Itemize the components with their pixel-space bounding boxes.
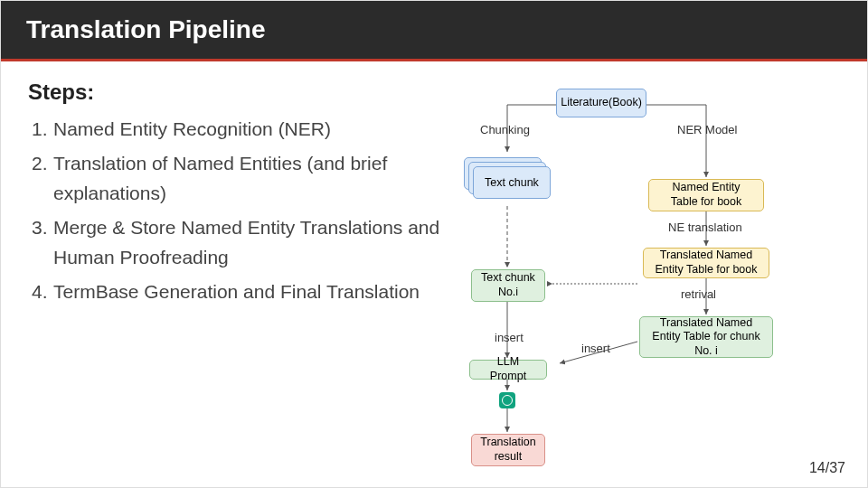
steps-panel: Steps: Named Entity Recognition (NER) Tr… [28, 80, 444, 477]
node-text-chunk-i: Text chunk No.i [471, 269, 545, 302]
step-item: TermBase Generation and Final Translatio… [28, 277, 444, 307]
label-retrieval: retrival [681, 287, 716, 301]
slide-content: Steps: Named Entity Recognition (NER) Tr… [1, 61, 867, 486]
node-llm-prompt: LLM Prompt [469, 360, 547, 380]
step-item: Named Entity Recognition (NER) [28, 114, 444, 145]
label-insert-2: insert [581, 342, 610, 355]
label-ner-model: NER Model [677, 123, 737, 136]
label-chunking: Chunking [480, 123, 530, 136]
step-item: Merge & Store Named Entity Translations … [28, 212, 444, 273]
gpt-icon [499, 392, 515, 408]
node-text-chunk: Text chunk [473, 166, 551, 199]
node-translation-result: Translation result [471, 434, 545, 466]
label-insert-1: insert [495, 331, 524, 344]
node-text-chunk-stack: Text chunk [464, 157, 547, 195]
slide-title: Translation Pipeline [1, 1, 867, 61]
page-number: 14/37 [809, 460, 845, 476]
node-translated-chunk-table: Translated Named Entity Table for chunk … [639, 316, 773, 358]
steps-list: Named Entity Recognition (NER) Translati… [28, 114, 444, 307]
pipeline-diagram: Literature(Book) Chunking NER Model Text… [453, 80, 858, 477]
label-ne-translation: NE translation [668, 221, 742, 234]
step-item: Translation of Named Entities (and brief… [28, 148, 444, 209]
node-literature: Literature(Book) [556, 89, 646, 117]
steps-heading: Steps: [28, 80, 444, 105]
node-translated-ne-table: Translated Named Entity Table for book [643, 248, 769, 278]
node-ne-table: Named Entity Table for book [648, 179, 764, 211]
